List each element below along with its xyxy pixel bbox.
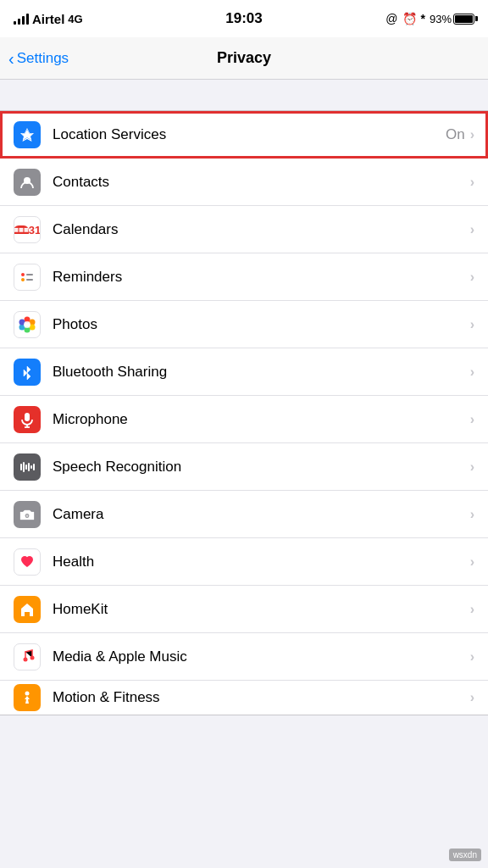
svg-rect-4: [26, 274, 33, 275]
settings-item-motion-fitness[interactable]: Motion & Fitness ›: [0, 681, 488, 715]
status-icons: @ ⏰ * 93%: [385, 12, 474, 25]
back-label: Settings: [17, 50, 69, 67]
photos-chevron: ›: [470, 317, 474, 332]
photos-icon: [14, 311, 41, 338]
reminders-label: Reminders: [53, 269, 470, 286]
settings-item-bluetooth-sharing[interactable]: Bluetooth Sharing ›: [0, 348, 488, 396]
media-apple-music-label: Media & Apple Music: [53, 648, 470, 665]
bluetooth-sharing-icon: [14, 359, 41, 386]
settings-item-homekit[interactable]: HomeKit ›: [0, 586, 488, 633]
contacts-chevron: ›: [470, 175, 474, 190]
camera-icon: [14, 501, 41, 528]
calendars-label: Calendars: [53, 221, 470, 238]
battery-icon: [453, 14, 474, 25]
page-title: Privacy: [217, 49, 271, 67]
health-label: Health: [53, 554, 470, 570]
status-bar: Airtel 4G 19:03 @ ⏰ * 93%: [0, 0, 488, 37]
photos-label: Photos: [53, 316, 470, 333]
svg-rect-20: [30, 465, 32, 469]
calendars-icon: ▩▩▩ 31: [14, 216, 41, 243]
settings-item-media-apple-music[interactable]: Media & Apple Music ›: [0, 633, 488, 681]
svg-point-23: [26, 515, 29, 517]
settings-item-photos[interactable]: Photos ›: [0, 301, 488, 348]
carrier-name: Airtel: [32, 12, 64, 26]
location-services-label: Location Services: [53, 126, 446, 143]
section-gap: [0, 80, 488, 110]
homekit-chevron: ›: [470, 602, 474, 617]
media-apple-music-icon: [14, 643, 41, 670]
svg-rect-13: [25, 413, 30, 421]
microphone-icon: [14, 406, 41, 433]
back-button[interactable]: ‹ Settings: [8, 50, 69, 67]
calendars-chevron: ›: [470, 222, 474, 237]
microphone-chevron: ›: [470, 412, 474, 427]
camera-label: Camera: [53, 506, 470, 523]
reminders-icon: [14, 264, 41, 291]
settings-item-health[interactable]: Health ›: [0, 538, 488, 586]
svg-rect-16: [20, 464, 22, 470]
camera-chevron: ›: [470, 507, 474, 522]
settings-item-camera[interactable]: Camera ›: [0, 491, 488, 538]
svg-point-24: [24, 657, 28, 661]
speech-recognition-label: Speech Recognition: [53, 459, 470, 476]
carrier-info: Airtel 4G: [14, 12, 83, 26]
battery-indicator: 93%: [430, 13, 474, 25]
bluetooth-sharing-chevron: ›: [470, 364, 474, 380]
svg-point-26: [25, 692, 30, 696]
health-chevron: ›: [470, 554, 474, 570]
motion-fitness-chevron: ›: [470, 690, 474, 705]
settings-list: Location Services On › Contacts › ▩▩▩ 31…: [0, 110, 488, 715]
svg-point-2: [21, 273, 25, 276]
homekit-label: HomeKit: [53, 601, 470, 618]
svg-rect-5: [26, 279, 33, 281]
location-services-chevron: ›: [470, 127, 474, 142]
wsxdn-badge: wsxdn: [449, 849, 481, 861]
motion-fitness-label: Motion & Fitness: [53, 689, 470, 706]
health-icon: [14, 548, 41, 576]
svg-rect-18: [25, 465, 27, 470]
svg-point-25: [30, 655, 35, 659]
location-services-value: On: [446, 126, 465, 143]
homekit-icon: [14, 596, 41, 623]
settings-item-speech-recognition[interactable]: Speech Recognition ›: [0, 443, 488, 491]
svg-rect-21: [33, 464, 35, 470]
settings-item-location-services[interactable]: Location Services On ›: [0, 111, 488, 159]
alarm-icon: ⏰: [402, 12, 417, 25]
svg-point-3: [21, 278, 25, 281]
status-time: 19:03: [225, 10, 262, 27]
back-chevron-icon: ‹: [8, 50, 14, 67]
at-icon: @: [385, 12, 397, 25]
svg-rect-17: [23, 462, 25, 472]
svg-rect-19: [28, 463, 30, 471]
speech-recognition-chevron: ›: [470, 459, 474, 475]
settings-item-microphone[interactable]: Microphone ›: [0, 396, 488, 443]
settings-item-reminders[interactable]: Reminders ›: [0, 253, 488, 301]
contacts-label: Contacts: [53, 174, 470, 191]
media-apple-music-chevron: ›: [470, 649, 474, 665]
battery-percent: 93%: [430, 13, 452, 25]
navigation-bar: ‹ Settings Privacy: [0, 37, 488, 80]
network-type: 4G: [68, 13, 82, 25]
settings-item-contacts[interactable]: Contacts ›: [0, 159, 488, 206]
bluetooth-sharing-label: Bluetooth Sharing: [53, 364, 470, 381]
microphone-label: Microphone: [53, 411, 470, 428]
reminders-chevron: ›: [470, 270, 474, 285]
speech-recognition-icon: [14, 453, 41, 481]
signal-bars: [14, 13, 29, 25]
motion-fitness-icon: [14, 684, 41, 711]
location-services-icon: [14, 121, 41, 148]
bluetooth-status-icon: *: [421, 12, 425, 25]
contacts-icon: [14, 169, 41, 196]
svg-point-12: [24, 321, 30, 328]
settings-item-calendars[interactable]: ▩▩▩ 31 Calendars ›: [0, 206, 488, 253]
